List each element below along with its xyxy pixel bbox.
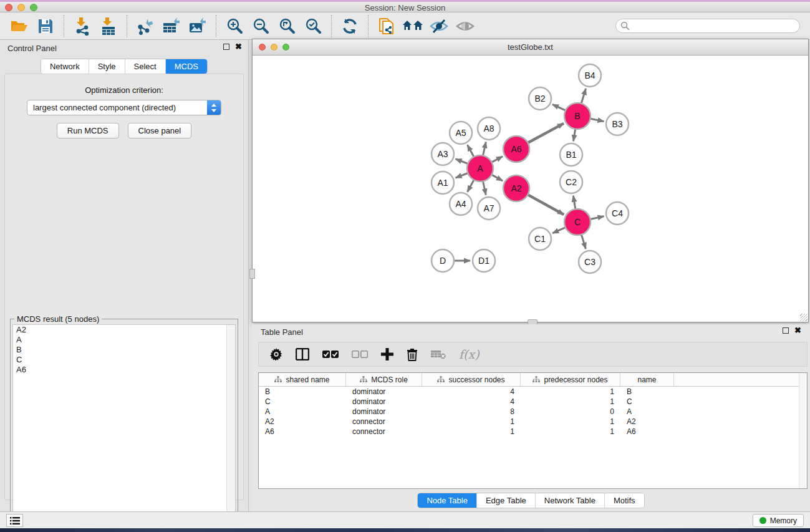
graph-node-C2[interactable]: C2 [560,171,582,193]
function-builder-icon[interactable]: f(x) [459,347,480,361]
table-row[interactable]: Cdominator41C [259,397,807,407]
add-column-icon[interactable] [381,348,393,360]
graph-node-A1[interactable]: A1 [432,172,454,194]
graph-edge-A-A2[interactable] [491,175,503,181]
tab-edge-table[interactable]: Edge Table [477,493,536,508]
import-table-icon[interactable] [95,14,122,38]
table-cell[interactable]: C [620,397,674,406]
table-row[interactable]: Bdominator41B [259,387,807,397]
tab-mcds[interactable]: MCDS [166,59,207,74]
graph-node-A6[interactable]: A6 [503,136,529,162]
table-cell[interactable]: C [259,397,346,406]
graph-node-A5[interactable]: A5 [450,122,472,144]
graph-node-A8[interactable]: A8 [478,117,500,140]
table-cell[interactable]: B [620,387,674,396]
optimization-criterion-dropdown[interactable]: largest connected component (directed) [27,100,221,115]
result-list-scrollbar[interactable] [226,325,235,528]
result-list-item[interactable]: B [13,345,235,355]
table-row[interactable]: Adominator80A [259,407,807,417]
export-table-icon[interactable] [158,14,185,38]
table-cell[interactable]: A6 [259,427,346,436]
table-cell[interactable]: 1 [521,397,620,406]
memory-button[interactable]: Memory [753,514,804,527]
table-columns-icon[interactable] [296,348,309,360]
graph-edge-C-C2[interactable] [573,196,575,210]
refresh-layout-icon[interactable] [337,14,363,38]
export-image-icon[interactable] [185,14,211,38]
table-cell[interactable]: 1 [422,427,521,436]
graph-node-C1[interactable]: C1 [529,228,551,250]
graph-edge-C-C1[interactable] [552,228,566,233]
table-cell[interactable]: 1 [521,427,620,436]
mcds-result-list[interactable]: A2ABCA6 [12,324,236,528]
node-table[interactable]: shared nameMCDS rolesuccessor nodesprede… [258,372,808,489]
graph-edge-B-B1[interactable] [574,129,576,142]
delete-column-trash-icon[interactable] [407,348,418,361]
column-header-predecessor-nodes[interactable]: predecessor nodes [521,373,620,386]
tab-motifs[interactable]: Motifs [605,493,644,508]
graph-edge-B-B4[interactable] [581,89,586,104]
table-row[interactable]: A2connector11A2 [259,417,807,427]
table-settings-gear-icon[interactable] [270,348,282,360]
graph-edge-A-A8[interactable] [483,142,486,155]
graph-node-D[interactable]: D [432,249,454,272]
table-cell[interactable]: 0 [521,407,620,416]
graph-edge-C-C3[interactable] [581,235,586,249]
graph-node-B4[interactable]: B4 [579,64,601,87]
hide-selected-icon[interactable] [426,14,452,38]
zoom-out-icon[interactable] [248,14,274,38]
column-header-successor-nodes[interactable]: successor nodes [422,373,521,386]
graph-node-B3[interactable]: B3 [606,113,629,135]
deselect-all-rows-icon[interactable] [352,350,368,359]
zoom-fit-icon[interactable] [274,14,300,38]
graph-edge-A-A6[interactable] [492,157,503,162]
graph-node-A7[interactable]: A7 [478,197,500,220]
graph-node-A2[interactable]: A2 [503,175,529,201]
table-cell[interactable]: dominator [346,407,422,416]
first-neighbors-icon[interactable] [400,14,426,38]
graph-edge-A2-C[interactable] [528,195,564,215]
save-session-icon[interactable] [32,14,59,38]
graph-edge-B-B2[interactable] [552,104,566,110]
new-network-from-selection-icon[interactable] [374,14,400,38]
table-cell[interactable]: 1 [422,417,521,426]
open-file-icon[interactable] [6,14,32,38]
import-network-icon[interactable] [69,14,95,38]
graph-node-B2[interactable]: B2 [529,87,551,110]
search-input[interactable] [615,19,800,33]
tab-network[interactable]: Network [41,59,89,74]
table-cell[interactable]: A2 [620,417,674,426]
graph-node-C[interactable]: C [564,209,591,235]
column-header-MCDS-role[interactable]: MCDS role [346,373,422,386]
tab-node-table[interactable]: Node Table [418,493,477,508]
float-table-panel-icon[interactable] [783,327,789,334]
export-network-icon[interactable] [132,14,158,38]
table-cell[interactable]: 1 [521,417,620,426]
close-table-panel-icon[interactable]: ✖ [794,327,801,334]
table-cell[interactable]: dominator [346,387,422,396]
task-history-button[interactable] [6,514,23,527]
show-all-icon[interactable] [452,14,478,38]
graph-edge-A-A4[interactable] [468,180,474,191]
graph-node-C4[interactable]: C4 [606,202,629,225]
table-scrollbar[interactable] [799,373,807,488]
table-cell[interactable]: 4 [422,387,521,396]
float-panel-icon[interactable] [223,44,229,50]
table-cell[interactable]: connector [346,427,422,436]
network-canvas[interactable]: B4B2BB3A5A8A6A3AB1A1A2C2A4A7C4CC1DD1C3 [253,56,808,322]
table-cell[interactable]: A [259,407,346,416]
table-cell[interactable]: 4 [422,397,521,406]
column-header-shared-name[interactable]: shared name [259,373,346,386]
table-cell[interactable]: 1 [521,387,620,396]
table-cell[interactable]: dominator [346,397,422,406]
graph-node-B1[interactable]: B1 [560,143,582,166]
zoom-selected-icon[interactable] [300,14,326,38]
window-left-handle[interactable] [249,269,255,279]
result-list-item[interactable]: A2 [13,325,235,335]
graph-node-A4[interactable]: A4 [450,193,472,215]
table-cell[interactable]: connector [346,417,422,426]
table-row[interactable]: A6connector11A6 [259,427,807,437]
graph-edge-A-A3[interactable] [456,159,468,164]
graph-edge-B-B3[interactable] [591,118,604,121]
graph-edge-A6-B[interactable] [528,123,564,143]
